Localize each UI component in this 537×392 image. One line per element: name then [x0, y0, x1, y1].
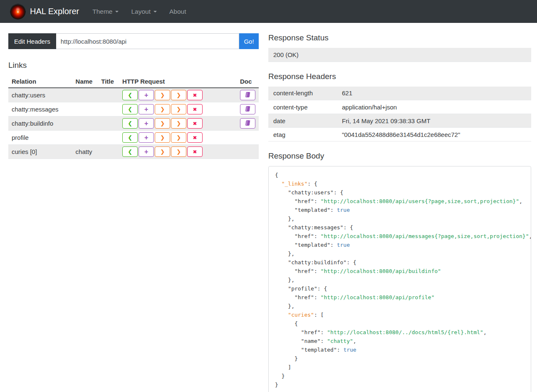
patch-button[interactable]: ❯ [171, 118, 186, 129]
delete-button[interactable]: ✖ [187, 104, 203, 114]
content: Edit Headers Go! Links RelationNameTitle… [0, 23, 537, 392]
left-panel: Edit Headers Go! Links RelationNameTitle… [8, 33, 259, 159]
edit-headers-button[interactable]: Edit Headers [8, 33, 56, 49]
json-token-plain: : [321, 329, 327, 335]
put-button[interactable]: ❯ [155, 90, 170, 100]
doc-button[interactable] [240, 104, 255, 114]
json-token-key: "templated" [275, 207, 330, 213]
title-cell [98, 131, 119, 145]
app-title: HAL Explorer [30, 7, 79, 16]
relation-cell: chatty:buildinfo [8, 117, 72, 131]
get-button[interactable]: ❮ [122, 90, 138, 100]
column-header-relation: Relation [8, 75, 72, 88]
json-token-str: "http://localhost:8080/../docs/html5/{re… [327, 329, 483, 335]
json-line: { [275, 319, 525, 328]
json-token-plain: : { [307, 181, 317, 187]
json-line: "href": "http://localhost:8080/../docs/h… [275, 328, 525, 337]
json-token-plain: : [314, 233, 321, 239]
column-header-http-request: HTTP Request [119, 75, 237, 88]
get-button[interactable]: ❮ [122, 132, 138, 143]
delete-button[interactable]: ✖ [187, 118, 203, 129]
header-key: date [268, 114, 337, 128]
json-token-bool: true [343, 347, 356, 353]
patch-button[interactable]: ❯ [171, 90, 186, 100]
navbar-menu: ThemeLayoutAbout [92, 8, 186, 15]
get-button[interactable]: ❮ [122, 146, 138, 157]
response-headers-title: Response Headers [268, 72, 531, 81]
header-key: content-type [268, 100, 337, 114]
plus-icon: + [144, 92, 148, 99]
json-token-key: "href" [275, 329, 321, 335]
json-token-key: "href" [275, 233, 314, 239]
delete-button[interactable]: ✖ [187, 146, 203, 157]
json-token-str: "chatty" [327, 338, 353, 344]
patch-button[interactable]: ❯ [171, 104, 186, 114]
doc-cell [237, 88, 259, 102]
json-line: "profile": { [275, 284, 525, 293]
json-line: { [275, 171, 525, 179]
delete-button[interactable]: ✖ [187, 90, 203, 100]
doc-button[interactable] [240, 90, 255, 100]
json-token-str: "http://localhost:8080/api/buildinfo" [321, 268, 441, 274]
name-cell: chatty [72, 145, 98, 159]
delete-button[interactable]: ✖ [187, 132, 203, 143]
nav-item-about[interactable]: About [169, 8, 186, 15]
go-button[interactable]: Go! [239, 33, 259, 49]
nav-item-label: Theme [92, 8, 112, 15]
json-token-plain: : { [343, 224, 353, 231]
right-panel: Response Status 200 (OK) Response Header… [268, 33, 531, 392]
get-button[interactable]: ❮ [122, 118, 138, 129]
doc-button[interactable] [240, 118, 255, 129]
put-button[interactable]: ❯ [155, 132, 170, 143]
put-button[interactable]: ❯ [155, 146, 170, 157]
json-line: "href": "http://localhost:8080/api/messa… [275, 232, 525, 241]
json-token-plain: : [330, 207, 337, 213]
navbar-brand[interactable]: HAL Explorer [10, 4, 79, 20]
http-request-cell: ❮+❯❯✖ [119, 145, 237, 159]
doc-cell [237, 145, 259, 159]
response-status-value: 200 (OK) [268, 48, 531, 62]
json-line: } [275, 380, 525, 389]
json-token-plain: }, [275, 216, 294, 222]
nav-item-layout[interactable]: Layout [131, 8, 157, 15]
doc-book-icon [245, 106, 251, 112]
post-button[interactable]: + [139, 104, 154, 114]
plus-icon: + [144, 134, 148, 141]
json-line: } [275, 372, 525, 380]
put-button[interactable]: ❯ [155, 118, 170, 129]
json-line: "curies": [ [275, 310, 525, 319]
put-button[interactable]: ❯ [155, 104, 170, 114]
http-buttons: ❮+❯❯✖ [122, 104, 233, 114]
json-line: "href": "http://localhost:8080/api/build… [275, 267, 525, 275]
patch-button[interactable]: ❯ [171, 146, 186, 157]
json-token-plain: ] [275, 364, 291, 370]
json-line: "chatty:buildinfo": { [275, 258, 525, 267]
json-line: }, [275, 275, 525, 284]
url-input[interactable] [56, 33, 239, 49]
table-row: chatty:users❮+❯❯✖ [8, 88, 259, 102]
json-token-plain: : [330, 242, 337, 248]
http-request-cell: ❮+❯❯✖ [119, 117, 237, 131]
json-token-plain: : { [334, 189, 343, 196]
json-line: }, [275, 214, 525, 223]
hal-9000-eye-icon [10, 4, 26, 20]
post-button[interactable]: + [139, 146, 154, 157]
http-buttons: ❮+❯❯✖ [122, 118, 233, 129]
post-button[interactable]: + [139, 90, 154, 100]
chevron-left-icon: ❮ [128, 92, 132, 98]
json-line: "href": "http://localhost:8080/api/users… [275, 197, 525, 206]
chevron-right-icon: ❯ [160, 92, 165, 98]
http-buttons: ❮+❯❯✖ [122, 90, 233, 100]
x-icon: ✖ [193, 93, 197, 98]
patch-button[interactable]: ❯ [171, 132, 186, 143]
links-section-title: Links [8, 61, 259, 70]
post-button[interactable]: + [139, 118, 154, 129]
get-button[interactable]: ❮ [122, 104, 138, 114]
json-token-key: "name" [275, 338, 321, 344]
nav-item-theme[interactable]: Theme [92, 8, 119, 15]
response-header-row: content-typeapplication/hal+json [268, 100, 531, 114]
json-token-str: "http://localhost:8080/api/profile" [321, 294, 435, 300]
links-table: RelationNameTitleHTTP RequestDoc chatty:… [8, 75, 259, 159]
json-token-plain: , [483, 329, 487, 335]
post-button[interactable]: + [139, 132, 154, 143]
